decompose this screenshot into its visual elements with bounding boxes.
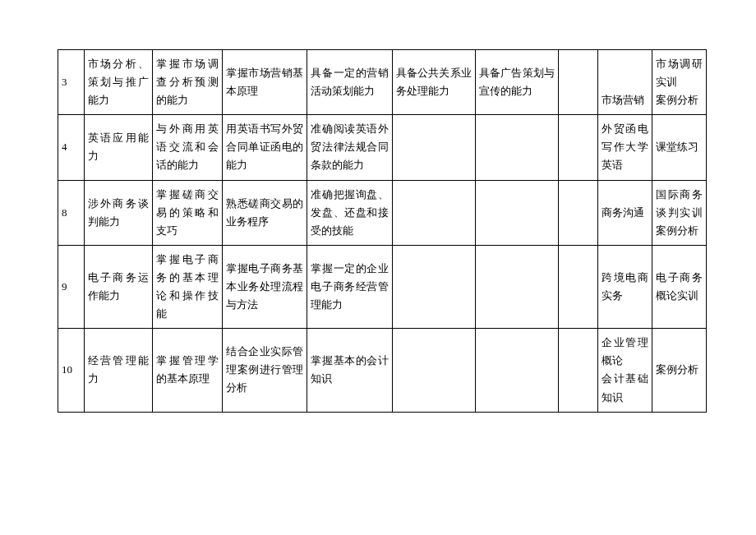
cell: 具备广告策划与宣传的能力 [475, 50, 558, 115]
cell: 掌握电子商务的基本理论和操作技能 [152, 245, 222, 328]
cell [392, 329, 475, 412]
row-num: 3 [58, 50, 85, 115]
cell: 掌握市场营销基本原理 [223, 50, 307, 115]
course-competency-table: 3 市场分析、策划与推广能力 掌握市场调查分析预测的能力 掌握市场营销基本原理 … [58, 49, 707, 413]
row-num: 4 [58, 115, 85, 180]
cell: 具备公共关系业务处理能力 [392, 50, 475, 115]
cell: 电子商务运作能力 [84, 245, 152, 328]
cell [559, 329, 598, 412]
cell: 企业管理概论会计基础知识 [597, 329, 652, 412]
cell: 市场调研实训案例分析 [652, 50, 706, 115]
row-num: 9 [58, 245, 85, 328]
cell: 掌握市场调查分析预测的能力 [152, 50, 222, 115]
cell [475, 180, 558, 245]
cell: 与外商用英语交流和会话的能力 [152, 115, 222, 180]
cell: 课堂练习 [652, 115, 706, 180]
cell: 掌握电子商务基本业务处理流程与方法 [223, 245, 307, 328]
cell: 掌握一定的企业电子商务经营管理能力 [307, 245, 392, 328]
cell: 跨境电商实务 [597, 245, 652, 328]
cell [392, 245, 475, 328]
cell [559, 50, 598, 115]
cell: 经营管理能力 [84, 329, 152, 412]
cell [559, 245, 598, 328]
cell: 案例分析 [652, 329, 706, 412]
table-row: 10 经营管理能力 掌握管理学的基本原理 结合企业实际管理案例进行管理分析 掌握… [58, 329, 707, 412]
cell: 国际商务谈判实训案例分析 [652, 180, 706, 245]
cell [392, 115, 475, 180]
cell [559, 180, 598, 245]
cell: 准确阅读英语外贸法律法规合同条款的能力 [307, 115, 392, 180]
cell [475, 245, 558, 328]
table-row: 8 涉外商务谈判能力 掌握磋商交易的策略和支巧 熟悉磋商交易的业务程序 准确把握… [58, 180, 707, 245]
cell: 市场营销 [597, 50, 652, 115]
table-row: 3 市场分析、策划与推广能力 掌握市场调查分析预测的能力 掌握市场营销基本原理 … [58, 50, 707, 115]
cell [559, 115, 598, 180]
cell: 掌握基本的会计知识 [307, 329, 392, 412]
cell: 外贸函电写作大学英语 [597, 115, 652, 180]
cell: 电子商务概论实训 [652, 245, 706, 328]
cell: 熟悉磋商交易的业务程序 [223, 180, 307, 245]
cell [475, 115, 558, 180]
cell: 掌握磋商交易的策略和支巧 [152, 180, 222, 245]
cell [392, 180, 475, 245]
cell: 市场分析、策划与推广能力 [84, 50, 152, 115]
table-row: 4 英语应用能力 与外商用英语交流和会话的能力 用英语书写外贸合同单证函电的能力… [58, 115, 707, 180]
cell: 商务沟通 [597, 180, 652, 245]
row-num: 8 [58, 180, 85, 245]
cell: 准确把握询盘、发盘、还盘和接受的技能 [307, 180, 392, 245]
cell: 掌握管理学的基本原理 [152, 329, 222, 412]
cell [475, 329, 558, 412]
table-row: 9 电子商务运作能力 掌握电子商务的基本理论和操作技能 掌握电子商务基本业务处理… [58, 245, 707, 328]
cell: 具备一定的营销活动策划能力 [307, 50, 392, 115]
row-num: 10 [58, 329, 85, 412]
cell: 涉外商务谈判能力 [84, 180, 152, 245]
cell: 用英语书写外贸合同单证函电的能力 [223, 115, 307, 180]
cell: 英语应用能力 [84, 115, 152, 180]
cell: 结合企业实际管理案例进行管理分析 [223, 329, 307, 412]
